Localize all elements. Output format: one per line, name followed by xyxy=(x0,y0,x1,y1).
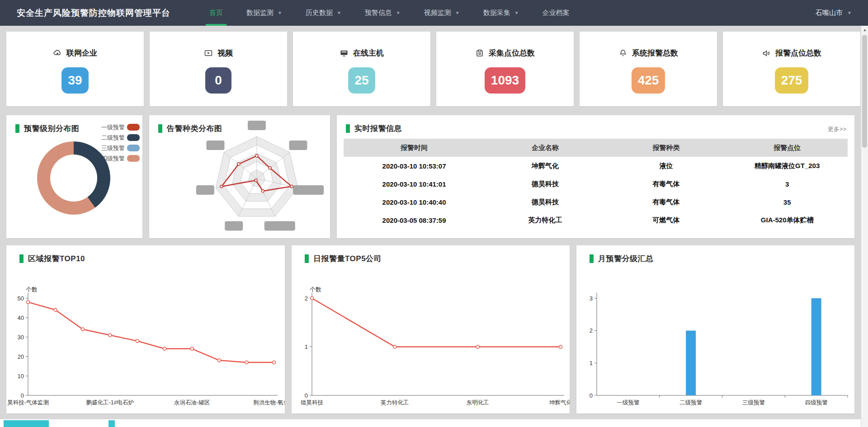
legend-item[interactable]: 二级预警 xyxy=(99,132,140,143)
stat-card-header: 采集点位总数 xyxy=(475,48,535,58)
stat-card-1: 视频0 xyxy=(150,32,287,106)
alarm-time: 2020-03-10 10:40:40 xyxy=(344,198,485,206)
stat-card-5: 报警点位总数275 xyxy=(723,32,860,106)
nav-item-home[interactable]: 首页 xyxy=(198,0,235,26)
table-row[interactable]: 2020-03-10 10:40:40 德昊科技 有毒气体 35 xyxy=(344,193,848,211)
nav-item-label: 视频监测 xyxy=(424,9,451,17)
svg-text:个数: 个数 xyxy=(310,286,321,293)
svg-text:坤辉气化: 坤辉气化 xyxy=(549,399,570,406)
nav-item-data-collect[interactable]: 数据采集 ▼ xyxy=(472,0,531,26)
nav-item-history-data[interactable]: 历史数据 ▼ xyxy=(294,0,353,26)
nav-item-data-monitor[interactable]: 数据监测 ▼ xyxy=(235,0,294,26)
dashboard: 安全生产风险预警防控物联网管理平台 首页 数据监测 ▼ 历史数据 ▼ 预警信息 … xyxy=(0,0,868,427)
svg-text:1: 1 xyxy=(305,343,308,350)
alarm-type: 可燃气体 xyxy=(606,216,727,225)
green-bar-icon xyxy=(346,124,350,133)
green-bar-icon xyxy=(15,124,19,133)
alarm-point: GIA-520单体贮槽 xyxy=(726,216,848,225)
stat-value-badge: 1093 xyxy=(485,67,525,94)
column-header: 报警时间 xyxy=(344,144,485,152)
table-row[interactable]: 2020-03-10 10:53:07 坤辉气化 液位 精醇南罐液位GT_203 xyxy=(344,157,848,175)
alarm-time: 2020-03-05 08:37:59 xyxy=(344,216,485,224)
table-row[interactable]: 2020-03-10 10:41:01 德昊科技 有毒气体 3 xyxy=(344,175,848,193)
stat-label: 系统报警总数 xyxy=(632,48,678,58)
alarm-time: 2020-03-10 10:53:07 xyxy=(344,162,485,170)
stat-card-header: 在线主机 xyxy=(340,48,384,58)
legend-item[interactable]: 一级预警 xyxy=(99,122,140,132)
teal-block xyxy=(4,420,49,427)
stat-card-4: 系统报警总数425 xyxy=(580,32,717,106)
svg-text:英力特化工: 英力特化工 xyxy=(381,399,409,406)
stat-value-badge: 275 xyxy=(775,67,809,94)
legend-swatch xyxy=(127,134,140,141)
panel-alarm-type-distribution: 告警种类分布图 温度其它可燃气体有毒气体流量液位压力 xyxy=(149,115,330,238)
chevron-down-icon: ▼ xyxy=(278,10,282,15)
svg-text:三级预警: 三级预警 xyxy=(742,399,765,406)
page-scrollbar[interactable]: ▲ xyxy=(861,26,868,427)
stat-value-badge: 25 xyxy=(348,67,375,94)
nav-item-label: 预警信息 xyxy=(365,9,392,17)
stat-value-badge: 425 xyxy=(632,67,665,94)
alarm-table-header: 报警时间 企业名称 报警种类 报警点位 xyxy=(344,139,848,157)
nav-item-enterprise-archive[interactable]: 企业档案 xyxy=(531,0,581,26)
monitor-icon xyxy=(340,49,349,57)
region-selector[interactable]: 石嘴山市 ▼ xyxy=(816,0,852,26)
chevron-down-icon: ▼ xyxy=(847,10,852,15)
panel-title-text: 预警级别分布图 xyxy=(24,123,80,134)
nav-item-label: 首页 xyxy=(209,9,223,17)
nav-item-video-monitor[interactable]: 视频监测 ▼ xyxy=(412,0,472,26)
panel-monthly-warning-summary: 月预警分级汇总 0123一级预警二级预警三级预警四级预警 xyxy=(576,245,854,413)
svg-text:一级预警: 一级预警 xyxy=(617,399,640,406)
column-header: 报警种类 xyxy=(606,144,727,152)
legend-swatch xyxy=(127,155,140,162)
svg-text:20: 20 xyxy=(18,353,24,360)
chevron-down-icon: ▼ xyxy=(455,10,460,15)
svg-text:0: 0 xyxy=(21,392,24,399)
legend-swatch xyxy=(127,145,140,151)
alarm-point: 35 xyxy=(726,198,848,206)
stat-card-header: 视频 xyxy=(204,48,233,58)
svg-text:二级预警: 二级预警 xyxy=(679,399,703,406)
panel-daily-alarm-top5: 日报警量TOP5公司 个数012德昊科技英力特化工东明化工坤辉气化 xyxy=(292,245,570,413)
nav-item-warning-info[interactable]: 预警信息 ▼ xyxy=(353,0,412,26)
legend-label: 二级预警 xyxy=(99,134,125,142)
nav-item-label: 数据监测 xyxy=(246,9,274,17)
nav-menu: 首页 数据监测 ▼ 历史数据 ▼ 预警信息 ▼ 视频监测 ▼ 数据采集 ▼ xyxy=(198,0,581,26)
svg-text:个数: 个数 xyxy=(26,286,38,293)
scrollbar-thumb[interactable] xyxy=(862,35,867,148)
stat-label: 在线主机 xyxy=(353,48,384,58)
table-row[interactable]: 2020-03-05 08:37:59 英力特化工 可燃气体 GIA-520单体… xyxy=(344,211,848,229)
chevron-down-icon: ▼ xyxy=(514,10,519,15)
panel-title-text: 实时报警信息 xyxy=(354,123,402,134)
more-link[interactable]: 更多>> xyxy=(828,125,846,133)
alarm-time: 2020-03-10 10:41:01 xyxy=(344,180,485,188)
nav-item-label: 企业档案 xyxy=(542,9,570,17)
stat-label: 联网企业 xyxy=(66,48,97,58)
enterprise-name: 德昊科技 xyxy=(485,198,606,206)
column-header: 报警点位 xyxy=(726,144,848,152)
stat-label: 报警点位总数 xyxy=(775,48,821,58)
stat-label: 采集点位总数 xyxy=(489,48,535,58)
donut-hole xyxy=(50,155,97,202)
svg-text:鹏盛化工-1#电石炉: 鹏盛化工-1#电石炉 xyxy=(86,399,134,406)
alarm-table: 报警时间 企业名称 报警种类 报警点位 2020-03-10 10:53:07 … xyxy=(344,139,848,229)
svg-text:压力: 压力 xyxy=(209,115,222,117)
stat-card-0: 联网企业39 xyxy=(6,32,144,106)
radar-axis-label: 可燃气体 xyxy=(293,115,324,195)
donut-legend: 一级预警 二级预警 三级预警 四级预警 xyxy=(99,122,140,164)
next-section-strip xyxy=(0,419,861,427)
enterprise-name: 德昊科技 xyxy=(485,180,606,188)
svg-text:40: 40 xyxy=(18,314,24,321)
stat-card-header: 报警点位总数 xyxy=(762,48,821,58)
stat-card-2: 在线主机25 xyxy=(293,32,430,106)
legend-item[interactable]: 三级预警 xyxy=(99,143,140,153)
legend-swatch xyxy=(127,124,140,131)
enterprise-name: 英力特化工 xyxy=(485,216,606,225)
teal-block xyxy=(108,420,115,427)
panel-warning-level-distribution: 预警级别分布图 一级预警 二级预警 三级预警 四级预警 xyxy=(6,115,142,238)
column-header: 企业名称 xyxy=(485,144,606,152)
svg-text:昊科技-气体监测: 昊科技-气体监测 xyxy=(7,399,49,406)
bell-icon xyxy=(618,49,627,57)
stat-card-header: 联网企业 xyxy=(53,48,97,58)
scroll-up-arrow[interactable]: ▲ xyxy=(861,26,868,34)
